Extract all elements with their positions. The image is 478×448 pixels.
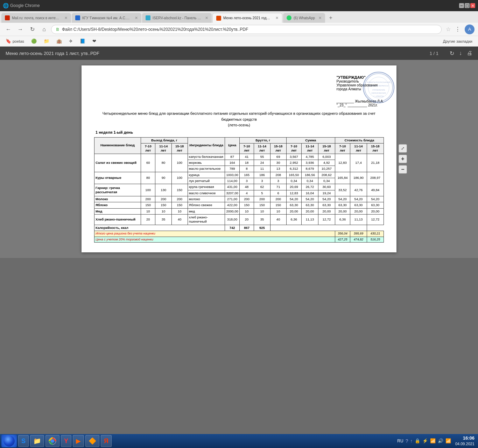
cost-value: 6,36 [335, 214, 350, 225]
reload-button[interactable]: ↻ [27, 24, 37, 34]
pdf-download-button[interactable]: ↓ [459, 50, 462, 57]
tab-close-4[interactable]: ✕ [275, 16, 279, 20]
summa-value: 12,83 [286, 190, 301, 196]
window-controls[interactable]: − □ ✕ [459, 3, 475, 8]
summa-value: 4,785 [302, 154, 318, 160]
dish-output: 10 [155, 208, 171, 214]
home-button[interactable]: ⌂ [39, 24, 49, 34]
maximize-button[interactable]: □ [465, 3, 470, 8]
price-label: Цена с учетом 20% торговой наценки [94, 237, 335, 243]
table-row: Гарнир: гречка рассыпчатая100130150крупа… [94, 184, 384, 190]
svg-text:УПРАВЛЕНИЕ: УПРАВЛЕНИЕ [372, 89, 385, 91]
tab-close-3[interactable]: ✕ [205, 16, 208, 20]
pdf-page-info: 1 / 1 [430, 51, 438, 56]
brutto-value: 35 [254, 214, 270, 225]
browser-tab-2[interactable]: КГУ 'Гимназия №4 им. А.С.Пу... ✕ [72, 13, 141, 23]
summa-value: 20,69 [286, 184, 301, 190]
th-cost-15: 15-18 лет [367, 143, 384, 154]
pdf-toolbar: Меню лето-осень 2021 года 1 лист, утв..P… [0, 47, 478, 60]
official-stamp: АЛМАТЫ ҚАЛАСЫНЫҢ БІЛІМ БАСҚАРМАСЫ УПРАВЛ… [363, 72, 394, 103]
zoom-fit-button[interactable]: ⤢ [399, 144, 407, 153]
th-vyhod: Выход блюда, г [141, 137, 188, 143]
browser-tab-3[interactable]: ISERV-alschool.kz - Панель упр... ✕ [142, 13, 212, 23]
bookmark-4[interactable]: ✈ [67, 38, 75, 44]
doc-title: Четырехнедельное меню блюд для организац… [94, 111, 384, 128]
pdf-refresh-button[interactable]: ↻ [450, 50, 454, 57]
bookmark-poetas[interactable]: 🔖 poetas [3, 38, 26, 44]
cost-value: 20,00 [367, 208, 384, 214]
minimize-button[interactable]: − [459, 3, 464, 8]
tab-close-1[interactable]: ✕ [64, 16, 68, 20]
tab-favicon-4 [216, 16, 221, 21]
th-cost-7: 7-10 лет [335, 143, 350, 154]
address-bar[interactable]: 🗎 Файл C:/Users/SH-8/Desktop/Меню%20лето… [51, 25, 442, 34]
bookmark-icon-3: 🏨 [56, 38, 62, 44]
tab-close-2[interactable]: ✕ [135, 16, 138, 20]
pdf-print-button[interactable]: 🖨 [467, 50, 472, 57]
dish-output: 10 [141, 208, 155, 214]
browser-tab-4[interactable]: Меню лето-осень 2021 года 1... ✕ [212, 13, 282, 23]
th-brutto-7: 7-10 лет [239, 143, 254, 154]
close-button[interactable]: ✕ [470, 3, 475, 8]
bookmark-5[interactable]: 📘 [78, 38, 87, 44]
brutto-value: 40 [270, 214, 286, 225]
ingredient-name: мед [188, 208, 225, 214]
summa-value: 11,13 [302, 214, 318, 225]
dish-output: 150 [171, 202, 188, 208]
summa-value: 30,60 [318, 184, 335, 190]
nav-bar: ← → ↻ ⌂ 🗎 Файл C:/Users/SH-8/Desktop/Мен… [0, 23, 478, 36]
bookmark-star[interactable]: ☆ [446, 26, 451, 33]
cost-value: 63,30 [367, 202, 384, 208]
cost-value: 33,52 [335, 184, 350, 196]
tab-label-1: Mail.ru: почта, поиск в интерне... [12, 16, 61, 20]
dish-output: 80 [141, 172, 155, 184]
browser-tab-5[interactable]: (6) WhatsApp ✕ [283, 13, 325, 23]
user-avatar[interactable]: A [465, 24, 475, 34]
th-cost-11: 11-14 лет [350, 143, 367, 154]
dish-output: 200 [141, 196, 155, 202]
bookmark-icon-1: 🟢 [31, 38, 37, 44]
ingredient-price: 271,00 [225, 196, 239, 202]
new-tab-button[interactable]: + [326, 13, 336, 23]
brutto-value: 3 [270, 178, 286, 184]
dish-output: 60 [141, 154, 155, 172]
bookmarks-other[interactable]: Другие закладки [441, 38, 475, 44]
brutto-value: 24 [254, 160, 270, 166]
th-brutto: Брутто, г [239, 137, 286, 143]
bookmark-icon-poetas: 🔖 [6, 38, 11, 44]
dish-output: 90 [155, 172, 171, 184]
browser-tab-1[interactable]: Mail.ru: почта, поиск в интерне... ✕ [1, 13, 71, 23]
doc-title-line1: Четырехнедельное меню блюд для организац… [103, 111, 375, 121]
cost-value: 17,4 [350, 154, 367, 172]
bookmark-icon-4: ✈ [69, 38, 73, 44]
zoom-in-button[interactable]: + [399, 155, 407, 163]
th-brutto-11: 11-14 лет [254, 143, 270, 154]
th-vyhod-7: 7-10 лет [141, 143, 155, 154]
bookmark-3[interactable]: 🏨 [54, 38, 64, 44]
brutto-value: 3 [239, 178, 254, 184]
tab-close-5[interactable]: ✕ [318, 16, 322, 20]
ingredient-name: хлеб ржано-пшеничный [188, 214, 225, 225]
bookmark-1[interactable]: 🟢 [29, 38, 39, 44]
pdf-title: Меню лето-осень 2021 года 1 лист, утв..P… [6, 51, 419, 56]
ingredient-name: капуста белокачанная [188, 154, 225, 160]
forward-button[interactable]: → [15, 24, 25, 34]
zoom-out-button[interactable]: − [399, 165, 407, 174]
summa-value: 0,34 [318, 178, 335, 184]
bookmark-6[interactable]: ❤ [90, 38, 98, 44]
back-button[interactable]: ← [3, 24, 13, 34]
tab-favicon-3 [146, 15, 150, 20]
summa-value: 6,36 [286, 214, 301, 225]
bookmark-2[interactable]: 📁 [42, 38, 51, 44]
menu-button[interactable]: ⋮ [453, 24, 463, 34]
summa-value: 2,952 [286, 160, 301, 166]
tab-label-4: Меню лето-осень 2021 года 1... [223, 16, 272, 20]
ingredient-price: 422,00 [225, 202, 239, 208]
dish-output: 130 [155, 184, 171, 196]
brutto-value: 20 [239, 214, 254, 225]
bookmark-icon-6: ❤ [92, 38, 96, 44]
dish-name: Молоко [94, 196, 141, 202]
summa-value: 208,62 [318, 172, 335, 178]
price-v15: 516,25 [367, 237, 384, 243]
table-row: Куры отварные8090100курица1003,001651862… [94, 172, 384, 178]
